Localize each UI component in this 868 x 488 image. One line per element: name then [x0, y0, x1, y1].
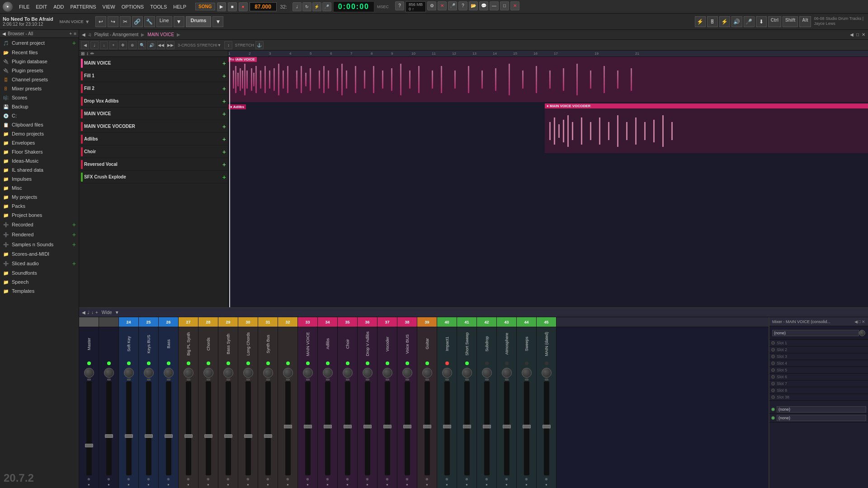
overdub-icon[interactable]: 🎤	[322, 2, 331, 11]
rendered-add[interactable]: +	[72, 231, 76, 238]
ch-knob-12[interactable]	[323, 368, 333, 378]
track-add-9[interactable]: +	[222, 174, 226, 181]
ch-fader-area-16[interactable]	[405, 381, 410, 475]
help-icon[interactable]: ?	[458, 1, 467, 10]
link-btn[interactable]: 🔗	[132, 16, 143, 27]
ch-send-btn-1[interactable]: ⊕	[107, 477, 110, 481]
channel-strip-23[interactable]: MAIN (dated) ⊕ ●	[537, 327, 557, 488]
ch-fader-area-18[interactable]	[444, 381, 450, 475]
mixer-back[interactable]: ◀	[82, 310, 85, 315]
mixer-expander[interactable]: ▼	[115, 310, 119, 315]
drums-btn[interactable]: Drums	[186, 16, 212, 27]
track-item-7[interactable]: Choir +	[79, 145, 228, 158]
pt-add[interactable]: +	[109, 41, 118, 49]
pt-back2[interactable]: ◀◀	[157, 41, 165, 49]
pt-back[interactable]: ◀	[81, 41, 89, 49]
ch-knob-11[interactable]	[303, 368, 313, 378]
sidebar-item-il-shared-data[interactable]: 📁 IL shared data	[0, 165, 79, 174]
ch-fader-area-22[interactable]	[524, 381, 529, 475]
ch-knob-19[interactable]	[462, 368, 472, 378]
sidebar-item-soundfonts[interactable]: 📁 Soundfonts	[0, 268, 79, 277]
channel-strip-4[interactable]: Bass ⊕ ●	[159, 327, 179, 488]
channel-strip-21[interactable]: Atmosphere ⊕ ●	[497, 327, 517, 488]
ch-send-btn-9[interactable]: ⊕	[266, 477, 269, 481]
hint-icon[interactable]: ?	[395, 1, 404, 10]
mic-icon[interactable]: 🎤	[448, 1, 457, 10]
channel-strip-15[interactable]: Vocoder ⊕ ●	[377, 327, 397, 488]
ch-send-btn-11[interactable]: ⊕	[306, 477, 309, 481]
ch-knob-20[interactable]	[482, 368, 492, 378]
sidebar-item-impulses[interactable]: 📁 Impulses	[0, 174, 79, 183]
right-mixer-close[interactable]: ✕	[862, 319, 865, 324]
channel-arrow[interactable]: ▼	[212, 16, 223, 27]
channel-strip-19[interactable]: Short Sweep ⊕ ●	[457, 327, 477, 488]
window-close-btn[interactable]: ✕	[510, 1, 519, 10]
pt-vol[interactable]: 🔊	[147, 41, 156, 49]
ch-send-btn-19[interactable]: ⊕	[465, 477, 468, 481]
channel-strip-14[interactable]: Drop V Adlibs ⊕ ●	[358, 327, 377, 488]
ch-send-btn-20[interactable]: ⊕	[485, 477, 488, 481]
pt-move[interactable]: ✥	[119, 41, 127, 49]
right-mixer-min[interactable]: ◀	[854, 319, 858, 324]
ch-fader-area-5[interactable]	[186, 381, 191, 475]
ch-fader-0[interactable]	[85, 444, 93, 447]
undo-btn[interactable]: ↩	[95, 16, 106, 27]
ch-knob-3[interactable]	[144, 368, 154, 378]
track-add-3[interactable]: +	[222, 98, 226, 104]
ch-fader-area-11[interactable]	[305, 381, 311, 475]
tool5[interactable]: 🎤	[744, 16, 755, 27]
line-mode-select[interactable]: Line	[156, 16, 172, 27]
menu-file[interactable]: FILE	[17, 3, 31, 10]
track-add-4[interactable]: +	[222, 111, 226, 117]
ch-fader-6[interactable]	[204, 434, 212, 438]
ch-send-btn-0[interactable]: ⊕	[87, 477, 90, 481]
sliced-audio-add[interactable]: +	[72, 260, 76, 267]
sidebar-item-envelopes[interactable]: 📁 Envelopes	[0, 138, 79, 147]
samples-n-sounds-add[interactable]: +	[72, 241, 76, 248]
record-btn[interactable]: ●	[239, 2, 248, 11]
track-add-1[interactable]: +	[222, 73, 226, 79]
ch-send-btn-22[interactable]: ⊕	[525, 477, 528, 481]
sidebar-item-scores[interactable]: 🎼 Scores	[0, 93, 79, 102]
minimize-btn[interactable]: —	[490, 1, 499, 10]
playlist-close[interactable]: ✕	[862, 32, 865, 37]
sidebar-item-c-drive[interactable]: 💿 C:	[0, 111, 79, 120]
sidebar-item-recorded[interactable]: ➕ Recorded +	[0, 220, 79, 230]
mixer-down-icon[interactable]: ↓	[91, 310, 94, 315]
pt-down[interactable]: ↓	[100, 41, 108, 49]
sidebar-item-samples-n-sounds[interactable]: ➕ Samples n Sounds +	[0, 239, 79, 249]
track-add-6[interactable]: +	[222, 136, 226, 142]
ch-knob-10[interactable]	[283, 368, 293, 378]
track-add-7[interactable]: +	[222, 149, 226, 155]
playlist-collapse[interactable]: ◀	[82, 32, 85, 37]
redo-btn[interactable]: ↪	[108, 16, 118, 27]
tool2[interactable]: 🎚	[707, 16, 718, 27]
tool1[interactable]: ⚡	[695, 16, 706, 27]
right-knob[interactable]	[859, 330, 865, 336]
track-add-5[interactable]: +	[222, 123, 226, 130]
close-icon[interactable]: ✕	[438, 1, 447, 10]
ch-fader-12[interactable]	[324, 425, 332, 428]
sidebar-item-my-projects[interactable]: 📁 My projects	[0, 192, 79, 202]
channel-strip-20[interactable]: Subdrop ⊕ ●	[477, 327, 497, 488]
ch-knob-17[interactable]	[422, 368, 432, 378]
sidebar-menu-btn[interactable]: ≡	[74, 31, 76, 36]
sidebar-item-speech[interactable]: 📁 Speech	[0, 277, 79, 286]
ch-knob-22[interactable]	[522, 368, 532, 378]
track-list-icon1[interactable]: ⊞	[81, 51, 85, 56]
playlist-maximize[interactable]: □	[856, 32, 859, 37]
ch-fader-area-19[interactable]	[464, 381, 470, 475]
ch-fader-area-20[interactable]	[484, 381, 490, 475]
menu-tools[interactable]: TOOLS	[148, 3, 169, 10]
track-list-icon2[interactable]: ↕	[86, 51, 89, 56]
ch-knob-21[interactable]	[502, 368, 512, 378]
vocoder-track[interactable]: ● MAIN VOICE VOCODER	[545, 103, 868, 153]
alt-btn[interactable]: Alt	[799, 16, 811, 27]
sidebar-item-mixer-presets[interactable]: 🎚 Mixer presets	[0, 84, 79, 93]
track-list-icon3[interactable]: ✏	[90, 51, 94, 56]
ch-knob-1[interactable]	[104, 368, 114, 378]
ch-send-btn-13[interactable]: ⊕	[346, 477, 349, 481]
menu-patterns[interactable]: PATTERNS	[69, 3, 98, 10]
pt-zoomin[interactable]: 🔍	[138, 41, 146, 49]
settings-icon[interactable]: ⚙	[427, 1, 436, 10]
